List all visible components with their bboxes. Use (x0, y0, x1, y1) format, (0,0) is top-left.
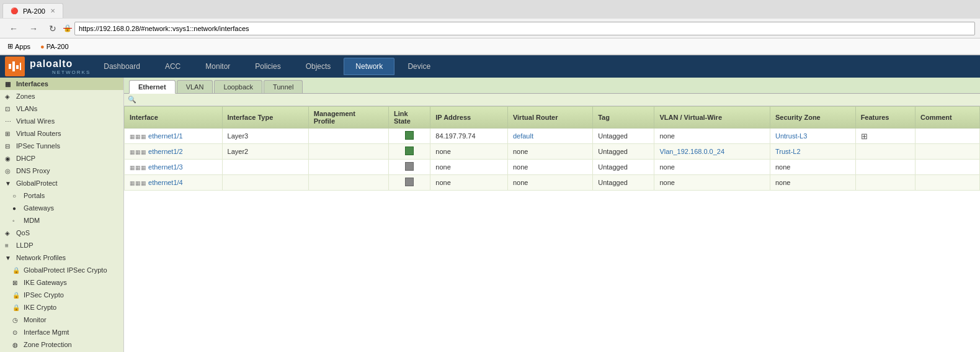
cell-security-zone: Untrust-L3 (770, 129, 855, 144)
cell-interface[interactable]: ▦▦▦ ethernet1/4 (125, 175, 223, 191)
table-container: 🔍 Interface Interface Type ManagementPro… (124, 94, 980, 352)
bookmark-pa200-label: PA-200 (47, 43, 69, 50)
refresh-button[interactable]: ↻ (45, 22, 61, 35)
crypto-icon: 🔒 (12, 292, 21, 298)
interface-link[interactable]: ethernet1/1 (148, 132, 183, 140)
sidebar-item-vlans[interactable]: ⊡VLANs (0, 102, 123, 115)
col-link-state: LinkState (388, 107, 430, 129)
sidebar-item-dhcp[interactable]: ◉DHCP (0, 152, 123, 165)
table-row[interactable]: ▦▦▦ ethernet1/4nonenoneUntaggednonenone (125, 175, 980, 191)
sidebar-label-dhcp: DHCP (16, 155, 35, 162)
sidebar: ▦Interfaces◈Zones⊡VLANs⋯Virtual Wires⊞Vi… (0, 78, 124, 352)
nav-tab-dashboard[interactable]: Dashboard (92, 58, 152, 75)
sub-tab-tunnel[interactable]: Tunnel (264, 80, 303, 93)
cell-interface[interactable]: ▦▦▦ ethernet1/3 (125, 160, 223, 175)
search-input[interactable] (139, 96, 263, 104)
sidebar-item-virtual-routers[interactable]: ⊞Virtual Routers (0, 127, 123, 140)
sidebar-label-monitor: Monitor (24, 316, 47, 323)
cell-mgmt-profile (308, 175, 388, 191)
nav-tab-policies[interactable]: Policies (243, 58, 292, 75)
mdm-icon: ◦ (12, 217, 21, 223)
nav-tab-device[interactable]: Device (396, 58, 442, 75)
sidebar-item-portals[interactable]: ○Portals (0, 189, 123, 202)
sidebar-item-ipsec-crypto[interactable]: 🔒IPSec Crypto (0, 289, 123, 301)
sidebar-item-lldp[interactable]: ≡LLDP (0, 239, 123, 251)
table-row[interactable]: ▦▦▦ ethernet1/1Layer384.197.79.74default… (125, 129, 980, 144)
cell-ip-address: none (430, 175, 508, 191)
logo-networks: NETWORKS (52, 70, 91, 75)
sidebar-label-globalprotect: GlobalProtect (16, 179, 58, 187)
table-row[interactable]: ▦▦▦ ethernet1/3nonenoneUntaggednonenone (125, 160, 980, 175)
cell-features (855, 160, 915, 175)
np-icon: ▼ (5, 255, 14, 261)
sidebar-item-mdm[interactable]: ◦MDM (0, 214, 123, 227)
sidebar-item-ipsec-tunnels[interactable]: ⊟IPSec Tunnels (0, 140, 123, 152)
ike-icon: ⊠ (12, 279, 21, 286)
qos-icon: ◈ (5, 230, 14, 236)
sidebar-item-virtual-wires[interactable]: ⋯Virtual Wires (0, 115, 123, 127)
vlan-link[interactable]: Vlan_192.168.0.0_24 (659, 148, 724, 155)
bookmark-apps[interactable]: ⊞ Apps (5, 41, 33, 52)
zone-link[interactable]: Untrust-L3 (775, 132, 807, 140)
interfaces-icon: ▦ (5, 81, 14, 87)
nav-tabs-container: DashboardACCMonitorPoliciesObjectsNetwor… (92, 58, 442, 75)
cell-tag: Untagged (593, 129, 654, 144)
sidebar-item-zones[interactable]: ◈Zones (0, 90, 123, 102)
interfaces-table: Interface Interface Type ManagementProfi… (124, 106, 980, 191)
cell-interface[interactable]: ▦▦▦ ethernet1/2 (125, 144, 223, 160)
interface-link[interactable]: ethernet1/4 (148, 179, 183, 186)
sidebar-item-interface-mgmt[interactable]: ⊙Interface Mgmt (0, 326, 123, 338)
sidebar-item-globalprotect[interactable]: ▼GlobalProtect (0, 177, 123, 189)
wire-icon: ⋯ (5, 118, 14, 124)
link-state-down-icon (405, 162, 414, 171)
sidebar-item-qos[interactable]: ◈QoS (0, 227, 123, 239)
sidebar-item-gateways[interactable]: ●Gateways (0, 202, 123, 214)
monitor-icon: ◷ (12, 317, 21, 323)
browser-tab[interactable]: 🔴 PA-200 ✕ (2, 3, 63, 18)
sidebar-item-gp-ipsec-crypto[interactable]: 🔒GlobalProtect IPSec Crypto (0, 264, 123, 276)
nav-tab-monitor[interactable]: Monitor (194, 58, 242, 75)
sidebar-item-zone-protection[interactable]: ◍Zone Protection (0, 338, 123, 351)
gp-icon: ▼ (5, 180, 14, 186)
cell-comment (915, 160, 980, 175)
sub-tab-loopback[interactable]: Loopback (214, 80, 262, 93)
table-row[interactable]: ▦▦▦ ethernet1/2Layer2nonenoneUntaggedVla… (125, 144, 980, 160)
cell-tag: Untagged (593, 160, 654, 175)
sidebar-item-dns-proxy[interactable]: ◎DNS Proxy (0, 165, 123, 177)
sidebar-label-virtual-wires: Virtual Wires (16, 117, 55, 125)
col-security-zone: Security Zone (770, 107, 855, 129)
cell-virtual-router: none (507, 175, 592, 191)
col-interface: Interface (125, 107, 223, 129)
cell-link-state (388, 144, 430, 160)
back-button[interactable]: ← (5, 22, 22, 35)
tab-close-button[interactable]: ✕ (50, 7, 55, 14)
nav-tab-objects[interactable]: Objects (294, 58, 343, 75)
sidebar-item-ike-gateways[interactable]: ⊠IKE Gateways (0, 276, 123, 289)
gateway-icon: ● (12, 205, 21, 211)
sub-tab-ethernet[interactable]: Ethernet (129, 80, 176, 94)
cell-interface[interactable]: ▦▦▦ ethernet1/1 (125, 129, 223, 144)
sidebar-item-interfaces[interactable]: ▦Interfaces (0, 78, 123, 90)
bookmark-pa200[interactable]: ● PA-200 (38, 42, 71, 52)
cell-mgmt-profile (308, 129, 388, 144)
zone-link[interactable]: Trust-L2 (775, 148, 801, 155)
top-nav: paloalto NETWORKS DashboardACCMonitorPol… (0, 55, 980, 78)
nav-tab-network[interactable]: Network (344, 58, 394, 75)
link-state-up-icon (405, 131, 414, 140)
cell-link-state (388, 175, 430, 191)
interface-link[interactable]: ethernet1/3 (148, 163, 183, 171)
forward-button[interactable]: → (25, 22, 42, 35)
sidebar-item-ike-crypto[interactable]: 🔒IKE Crypto (0, 301, 123, 314)
nav-tab-acc[interactable]: ACC (153, 58, 192, 75)
sub-tab-vlan[interactable]: VLAN (177, 80, 213, 93)
virtual-router-link[interactable]: default (513, 132, 533, 140)
sidebar-label-mdm: MDM (24, 217, 40, 224)
logo-area: paloalto NETWORKS (5, 56, 91, 76)
interface-link[interactable]: ethernet1/2 (148, 148, 183, 155)
bookmark-apps-label: Apps (15, 43, 30, 50)
sidebar-item-monitor[interactable]: ◷Monitor (0, 314, 123, 326)
address-bar[interactable] (74, 22, 975, 35)
cell-comment (915, 129, 980, 144)
sidebar-item-network-profiles[interactable]: ▼Network Profiles (0, 251, 123, 264)
sidebar-label-virtual-routers: Virtual Routers (16, 130, 61, 137)
